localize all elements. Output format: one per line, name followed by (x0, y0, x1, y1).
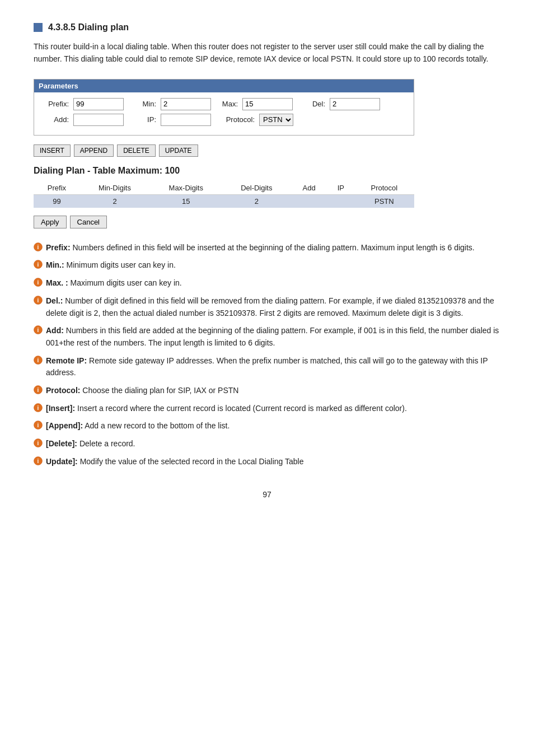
min-input[interactable] (161, 98, 211, 110)
desc-item-delete-desc: i [Delete]: Delete a record. (34, 438, 500, 450)
table-cell (327, 194, 354, 208)
info-icon: i (34, 325, 43, 334)
col-min-digits: Min-Digits (80, 181, 149, 195)
desc-item-remote-ip: i Remote IP: Remote side gateway IP addr… (34, 355, 500, 379)
col-protocol: Protocol (354, 181, 414, 195)
description-list: i Prefix: Numbers defined in this field … (34, 242, 500, 468)
info-icon: i (34, 242, 43, 251)
info-icon: i (34, 260, 43, 269)
desc-text: Protocol: Choose the dialing plan for SI… (46, 385, 238, 397)
svg-text:i: i (38, 327, 39, 333)
update-button[interactable]: UPDATE (159, 144, 198, 157)
info-icon: i (34, 403, 43, 412)
svg-text:i: i (38, 244, 39, 250)
apply-button[interactable]: Apply (34, 216, 67, 228)
delete-button[interactable]: DELETE (117, 144, 156, 157)
section-title: 4.3.8.5 Dialing plan (48, 22, 129, 32)
desc-item-add: i Add: Numbers in this field are added a… (34, 325, 500, 349)
action-buttons: INSERT APPEND DELETE UPDATE (34, 144, 500, 157)
desc-text: Add: Numbers in this field are added at … (46, 325, 500, 349)
desc-item-append: i [Append]: Add a new record to the bott… (34, 420, 500, 432)
desc-item-min: i Min.: Minimum digits user can key in. (34, 259, 500, 272)
prefix-input[interactable] (73, 98, 124, 110)
params-header: Parameters (34, 80, 414, 92)
svg-text:i: i (38, 440, 39, 446)
intro-text: This router build-in a local dialing tab… (34, 40, 500, 66)
info-icon: i (34, 456, 43, 465)
table-header-row: Prefix Min-Digits Max-Digits Del-Digits … (34, 181, 414, 195)
col-max-digits: Max-Digits (149, 181, 222, 195)
desc-text: Del.: Number of digit defined in this fi… (46, 295, 500, 319)
col-del-digits: Del-Digits (222, 181, 291, 195)
page-number: 97 (34, 490, 500, 499)
plan-table: Prefix Min-Digits Max-Digits Del-Digits … (34, 181, 414, 208)
params-body: Prefix: Min: Max: Del: Add: IP: Protocol… (34, 92, 414, 135)
desc-text: Prefix: Numbers defined in this field wi… (46, 242, 475, 254)
add-label: Add: (41, 115, 69, 124)
desc-item-update: i Update]: Modify the value of the selec… (34, 456, 500, 468)
svg-text:i: i (38, 405, 39, 411)
svg-text:i: i (38, 357, 39, 363)
table-row[interactable]: 992152PSTN (34, 194, 414, 208)
svg-text:i: i (38, 387, 39, 393)
desc-item-del: i Del.: Number of digit defined in this … (34, 295, 500, 319)
info-icon: i (34, 296, 43, 305)
table-cell: 99 (34, 194, 80, 208)
desc-item-max: i Max. : Maximum digits user can key in. (34, 277, 500, 290)
desc-text: Remote IP: Remote side gateway IP addres… (46, 355, 500, 379)
add-input[interactable] (73, 114, 124, 126)
svg-text:i: i (38, 262, 39, 268)
table-cell: 2 (222, 194, 291, 208)
insert-button[interactable]: INSERT (34, 144, 71, 157)
info-icon: i (34, 278, 43, 287)
info-icon: i (34, 438, 43, 447)
params-row-2: Add: IP: Protocol: SIP IAX PSTN (41, 114, 407, 126)
col-prefix: Prefix (34, 181, 80, 195)
desc-text: [Insert]: Insert a record where the curr… (46, 403, 407, 415)
svg-text:i: i (38, 458, 39, 464)
col-add: Add (291, 181, 327, 195)
ip-label: IP: (128, 115, 156, 124)
desc-item-prefix: i Prefix: Numbers defined in this field … (34, 242, 500, 254)
bottom-buttons: Apply Cancel (34, 216, 500, 228)
plan-table-title: Dialing Plan - Table Maximum: 100 (34, 166, 500, 176)
protocol-label: Protocol: (216, 115, 255, 124)
desc-item-protocol: i Protocol: Choose the dialing plan for … (34, 385, 500, 397)
svg-text:i: i (38, 297, 39, 304)
svg-text:i: i (38, 279, 39, 286)
min-label: Min: (128, 100, 156, 108)
section-title-icon (34, 23, 43, 32)
info-icon: i (34, 421, 43, 430)
max-label: Max: (216, 100, 238, 108)
svg-text:i: i (38, 422, 39, 428)
table-cell: 15 (149, 194, 222, 208)
desc-text: Min.: Minimum digits user can key in. (46, 259, 176, 272)
parameters-box: Parameters Prefix: Min: Max: Del: Add: I… (34, 79, 414, 136)
prefix-label: Prefix: (41, 100, 69, 108)
col-ip: IP (327, 181, 354, 195)
info-icon: i (34, 385, 43, 394)
section-title-container: 4.3.8.5 Dialing plan (34, 22, 500, 32)
table-cell: 2 (80, 194, 149, 208)
desc-text: Max. : Maximum digits user can key in. (46, 277, 182, 290)
params-row-1: Prefix: Min: Max: Del: (41, 98, 407, 110)
desc-text: [Delete]: Delete a record. (46, 438, 135, 450)
protocol-select[interactable]: SIP IAX PSTN (259, 114, 293, 126)
cancel-button[interactable]: Cancel (70, 216, 107, 228)
del-input[interactable] (330, 98, 380, 110)
desc-item-insert: i [Insert]: Insert a record where the cu… (34, 403, 500, 415)
desc-text: Update]: Modify the value of the selecte… (46, 456, 303, 468)
table-cell: PSTN (354, 194, 414, 208)
info-icon: i (34, 356, 43, 365)
table-cell (291, 194, 327, 208)
append-button[interactable]: APPEND (74, 144, 114, 157)
desc-text: [Append]: Add a new record to the bottom… (46, 420, 229, 432)
max-input[interactable] (242, 98, 293, 110)
del-label: Del: (297, 100, 325, 108)
ip-input[interactable] (161, 114, 211, 126)
